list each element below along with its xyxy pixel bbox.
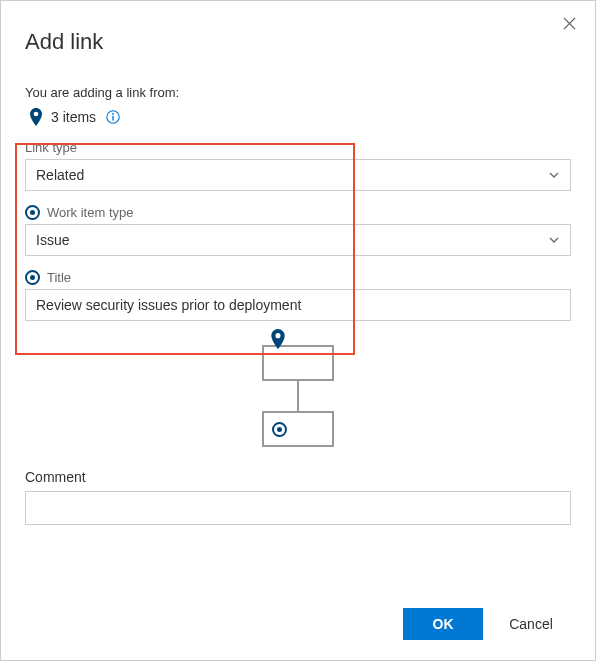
svg-rect-5 [112, 116, 113, 121]
chevron-down-icon [548, 234, 560, 246]
pin-icon [270, 329, 286, 349]
info-icon[interactable] [106, 110, 120, 124]
relationship-diagram [25, 345, 571, 447]
svg-point-2 [34, 112, 39, 117]
add-link-dialog: Add link You are adding a link from: 3 i… [0, 0, 596, 661]
title-input[interactable] [25, 289, 571, 321]
close-button[interactable] [559, 13, 579, 33]
link-type-select[interactable]: Related [25, 159, 571, 191]
close-icon [563, 17, 576, 30]
diagram-connector [297, 381, 299, 411]
work-item-type-label-text: Work item type [47, 205, 133, 220]
title-label-text: Title [47, 270, 71, 285]
ring-icon [25, 205, 40, 220]
dialog-footer: OK Cancel [403, 608, 571, 640]
svg-point-7 [30, 210, 35, 215]
svg-point-10 [275, 333, 280, 338]
ring-icon [272, 422, 287, 437]
svg-point-12 [277, 427, 282, 432]
svg-point-4 [112, 113, 114, 115]
items-count: 3 items [51, 109, 96, 125]
title-label: Title [25, 270, 571, 285]
link-type-label: Link type [25, 140, 571, 155]
work-item-type-label: Work item type [25, 205, 571, 220]
comment-label: Comment [25, 469, 571, 485]
dialog-subtitle: You are adding a link from: [25, 85, 571, 100]
link-type-value: Related [36, 167, 84, 183]
work-item-type-select[interactable]: Issue [25, 224, 571, 256]
diagram-source-box [262, 345, 334, 381]
items-row: 3 items [25, 108, 571, 126]
chevron-down-icon [548, 169, 560, 181]
dialog-title: Add link [25, 29, 571, 55]
comment-input[interactable] [25, 491, 571, 525]
ok-button[interactable]: OK [403, 608, 483, 640]
pin-icon [29, 108, 43, 126]
svg-point-9 [30, 275, 35, 280]
form-section: Link type Related Work item type Issue [25, 140, 571, 525]
cancel-button[interactable]: Cancel [491, 608, 571, 640]
ring-icon [25, 270, 40, 285]
work-item-type-value: Issue [36, 232, 69, 248]
diagram-target-box [262, 411, 334, 447]
